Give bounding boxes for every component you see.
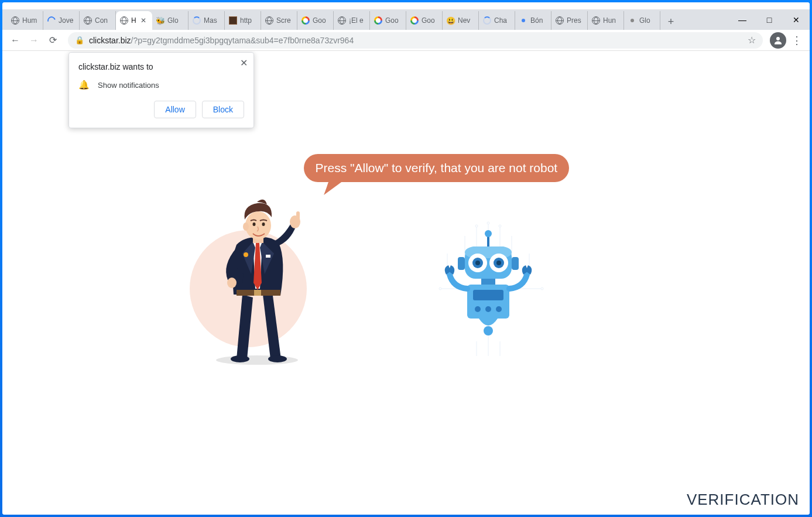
tab-0[interactable]: Hum (7, 11, 43, 30)
tab-label: H (131, 16, 138, 25)
svg-point-13 (252, 222, 255, 226)
tab-label: Scre (276, 16, 293, 25)
tab-label: ¡El e (349, 16, 366, 25)
tab-15[interactable]: Pres (551, 11, 588, 30)
window-controls: — □ ✕ (729, 9, 810, 30)
bookmark-star-icon[interactable]: ☆ (748, 35, 756, 46)
back-button[interactable]: ← (7, 32, 23, 49)
svg-rect-34 (467, 285, 509, 319)
tab-label: Cha (494, 16, 511, 25)
tab-favicon-icon (228, 16, 238, 25)
tab-9[interactable]: ¡El e (334, 11, 370, 30)
tab-favicon-icon (11, 16, 20, 25)
permission-text: Show notifications (98, 81, 159, 90)
verification-scene: Press "Allow" to verify, that you are no… (196, 154, 617, 388)
tab-favicon-icon (410, 16, 419, 25)
tab-label: Mas (204, 16, 221, 25)
speech-bubble: Press "Allow" to verify, that you are no… (304, 154, 570, 182)
dialog-title: clickstar.biz wants to (78, 62, 244, 71)
tab-favicon-icon (374, 16, 383, 25)
tab-favicon-icon (192, 16, 201, 25)
block-button[interactable]: Block (202, 101, 244, 118)
tab-favicon-icon: 🐝 (156, 16, 165, 25)
verification-watermark: VERIFICATION (687, 491, 799, 509)
address-bar[interactable]: 🔒 clickstar.biz/?p=gy2tgmddme5gi3bpgqyta… (68, 32, 763, 49)
svg-rect-33 (481, 279, 495, 285)
tab-label: http (240, 16, 257, 25)
svg-rect-15 (266, 255, 270, 258)
svg-point-0 (776, 37, 780, 40)
svg-point-3 (268, 355, 287, 362)
svg-point-2 (231, 355, 249, 362)
svg-rect-35 (473, 290, 503, 300)
tab-10[interactable]: Goo (370, 11, 406, 30)
tab-close-icon[interactable]: ✕ (141, 16, 149, 25)
svg-point-30 (496, 261, 501, 265)
tab-favicon-icon (482, 16, 492, 25)
svg-rect-8 (296, 211, 300, 222)
tab-6[interactable]: http (225, 11, 261, 30)
tab-12[interactable]: 😃Nev (443, 11, 479, 30)
bell-icon: 🔔 (78, 80, 90, 90)
svg-point-36 (475, 306, 481, 312)
tab-favicon-icon (337, 16, 347, 25)
tab-7[interactable]: Scre (261, 11, 297, 30)
tab-favicon-icon (265, 16, 274, 25)
tab-favicon-icon (83, 16, 92, 25)
tab-2[interactable]: Con (80, 11, 116, 30)
svg-rect-31 (458, 257, 465, 270)
new-tab-button[interactable]: + (663, 13, 679, 30)
tab-16[interactable]: Hun (588, 11, 624, 30)
tab-1[interactable]: Jove (43, 11, 80, 30)
tab-13[interactable]: Cha (479, 11, 515, 30)
titlebar (2, 2, 810, 9)
url-path: /?p=gy2tgmddme5gi3bpgqytama&sub4=e7fb0rn… (131, 36, 354, 45)
dialog-permission-row: 🔔 Show notifications (78, 80, 244, 90)
maximize-button[interactable]: □ (756, 11, 783, 29)
tab-11[interactable]: Goo (406, 11, 443, 30)
tab-8[interactable]: Goo (297, 11, 334, 30)
kebab-menu-icon[interactable]: ⋮ (789, 32, 805, 49)
tab-label: Goo (385, 16, 402, 25)
minimize-button[interactable]: — (729, 11, 756, 29)
svg-rect-5 (254, 290, 261, 296)
tab-5[interactable]: Mas (189, 11, 225, 30)
dialog-close-button[interactable]: ✕ (240, 57, 248, 69)
profile-avatar-icon[interactable] (770, 32, 786, 49)
tab-favicon-icon (119, 16, 129, 25)
tab-label: Goo (422, 16, 438, 25)
svg-point-6 (244, 252, 248, 257)
svg-point-12 (243, 222, 249, 231)
svg-point-39 (484, 326, 493, 335)
url-text: clickstar.biz/?p=gy2tgmddme5gi3bpgqytama… (89, 36, 743, 45)
reload-button[interactable]: ⟳ (44, 32, 61, 49)
tab-17[interactable]: Glo (624, 11, 660, 30)
svg-point-37 (485, 306, 491, 312)
tab-favicon-icon (628, 16, 637, 25)
tab-label: Hum (22, 16, 39, 25)
tab-favicon-icon (591, 16, 601, 25)
tab-label: Nev (458, 16, 475, 25)
tab-label: Pres (567, 16, 584, 25)
svg-rect-32 (512, 257, 519, 270)
forward-button[interactable]: → (26, 32, 42, 49)
tab-label: Jove (59, 16, 76, 25)
svg-point-22 (485, 230, 492, 237)
tab-favicon-icon (555, 16, 564, 25)
tab-4[interactable]: 🐝Glo (152, 11, 189, 30)
svg-point-29 (475, 261, 480, 265)
url-domain: clickstar.biz (89, 36, 131, 45)
tab-strip: HumJoveConH✕🐝GloMashttpScreGoo¡El eGooGo… (2, 9, 810, 30)
robot-illustration (424, 218, 553, 359)
svg-point-9 (227, 278, 237, 288)
page-content: ✕ clickstar.biz wants to 🔔 Show notifica… (2, 51, 810, 515)
tab-3[interactable]: H✕ (116, 11, 152, 30)
close-window-button[interactable]: ✕ (783, 11, 810, 29)
tab-favicon-icon (519, 16, 528, 25)
tab-favicon-icon (47, 16, 56, 25)
notification-permission-dialog: ✕ clickstar.biz wants to 🔔 Show notifica… (68, 52, 254, 128)
allow-button[interactable]: Allow (154, 101, 196, 118)
svg-point-38 (496, 306, 502, 312)
lock-icon: 🔒 (75, 36, 84, 44)
tab-14[interactable]: Bón (515, 11, 551, 30)
